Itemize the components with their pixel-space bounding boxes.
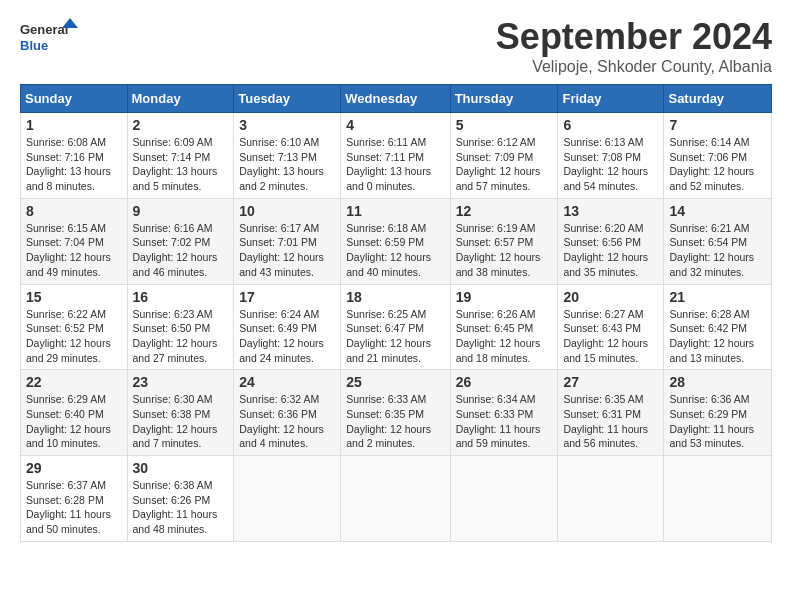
day-info: Sunrise: 6:32 AM Sunset: 6:36 PM Dayligh…: [239, 392, 335, 451]
table-cell: 22 Sunrise: 6:29 AM Sunset: 6:40 PM Dayl…: [21, 370, 128, 456]
day-number: 17: [239, 289, 335, 305]
table-cell: 26 Sunrise: 6:34 AM Sunset: 6:33 PM Dayl…: [450, 370, 558, 456]
day-info: Sunrise: 6:24 AM Sunset: 6:49 PM Dayligh…: [239, 307, 335, 366]
sunrise-label: Sunrise: 6:14 AM: [669, 136, 749, 148]
svg-text:General: General: [20, 22, 68, 37]
table-cell: 14 Sunrise: 6:21 AM Sunset: 6:54 PM Dayl…: [664, 198, 772, 284]
day-info: Sunrise: 6:38 AM Sunset: 6:26 PM Dayligh…: [133, 478, 229, 537]
table-cell: 3 Sunrise: 6:10 AM Sunset: 7:13 PM Dayli…: [234, 113, 341, 199]
page-header: General Blue September 2024 Velipoje, Sh…: [20, 16, 772, 76]
table-cell: 8 Sunrise: 6:15 AM Sunset: 7:04 PM Dayli…: [21, 198, 128, 284]
day-info: Sunrise: 6:30 AM Sunset: 6:38 PM Dayligh…: [133, 392, 229, 451]
week-row-2: 8 Sunrise: 6:15 AM Sunset: 7:04 PM Dayli…: [21, 198, 772, 284]
table-cell: 29 Sunrise: 6:37 AM Sunset: 6:28 PM Dayl…: [21, 456, 128, 542]
day-number: 6: [563, 117, 658, 133]
sunrise-label: Sunrise: 6:34 AM: [456, 393, 536, 405]
day-number: 28: [669, 374, 766, 390]
table-cell: [341, 456, 450, 542]
sunrise-label: Sunrise: 6:23 AM: [133, 308, 213, 320]
day-number: 2: [133, 117, 229, 133]
daylight-label: Daylight: 12 hours and 54 minutes.: [563, 165, 648, 192]
day-number: 20: [563, 289, 658, 305]
day-info: Sunrise: 6:28 AM Sunset: 6:42 PM Dayligh…: [669, 307, 766, 366]
sunrise-label: Sunrise: 6:20 AM: [563, 222, 643, 234]
table-cell: [450, 456, 558, 542]
sunset-label: Sunset: 6:31 PM: [563, 408, 641, 420]
logo: General Blue: [20, 16, 80, 60]
table-cell: 30 Sunrise: 6:38 AM Sunset: 6:26 PM Dayl…: [127, 456, 234, 542]
day-info: Sunrise: 6:25 AM Sunset: 6:47 PM Dayligh…: [346, 307, 444, 366]
sunrise-label: Sunrise: 6:13 AM: [563, 136, 643, 148]
page-title: September 2024: [496, 16, 772, 58]
day-info: Sunrise: 6:08 AM Sunset: 7:16 PM Dayligh…: [26, 135, 122, 194]
week-row-3: 15 Sunrise: 6:22 AM Sunset: 6:52 PM Dayl…: [21, 284, 772, 370]
day-info: Sunrise: 6:23 AM Sunset: 6:50 PM Dayligh…: [133, 307, 229, 366]
table-cell: 20 Sunrise: 6:27 AM Sunset: 6:43 PM Dayl…: [558, 284, 664, 370]
sunset-label: Sunset: 6:52 PM: [26, 322, 104, 334]
sunset-label: Sunset: 6:45 PM: [456, 322, 534, 334]
sunrise-label: Sunrise: 6:28 AM: [669, 308, 749, 320]
day-number: 11: [346, 203, 444, 219]
page-subtitle: Velipoje, Shkoder County, Albania: [496, 58, 772, 76]
daylight-label: Daylight: 12 hours and 27 minutes.: [133, 337, 218, 364]
logo-svg: General Blue: [20, 16, 80, 60]
table-cell: 7 Sunrise: 6:14 AM Sunset: 7:06 PM Dayli…: [664, 113, 772, 199]
table-cell: [664, 456, 772, 542]
sunrise-label: Sunrise: 6:29 AM: [26, 393, 106, 405]
daylight-label: Daylight: 11 hours and 53 minutes.: [669, 423, 754, 450]
sunset-label: Sunset: 6:26 PM: [133, 494, 211, 506]
daylight-label: Daylight: 11 hours and 48 minutes.: [133, 508, 218, 535]
sunset-label: Sunset: 7:09 PM: [456, 151, 534, 163]
sunrise-label: Sunrise: 6:26 AM: [456, 308, 536, 320]
table-cell: 27 Sunrise: 6:35 AM Sunset: 6:31 PM Dayl…: [558, 370, 664, 456]
sunset-label: Sunset: 6:49 PM: [239, 322, 317, 334]
day-info: Sunrise: 6:19 AM Sunset: 6:57 PM Dayligh…: [456, 221, 553, 280]
table-cell: 28 Sunrise: 6:36 AM Sunset: 6:29 PM Dayl…: [664, 370, 772, 456]
daylight-label: Daylight: 12 hours and 10 minutes.: [26, 423, 111, 450]
sunset-label: Sunset: 6:50 PM: [133, 322, 211, 334]
sunrise-label: Sunrise: 6:17 AM: [239, 222, 319, 234]
day-info: Sunrise: 6:20 AM Sunset: 6:56 PM Dayligh…: [563, 221, 658, 280]
daylight-label: Daylight: 12 hours and 24 minutes.: [239, 337, 324, 364]
sunrise-label: Sunrise: 6:19 AM: [456, 222, 536, 234]
day-number: 26: [456, 374, 553, 390]
sunrise-label: Sunrise: 6:09 AM: [133, 136, 213, 148]
sunset-label: Sunset: 6:35 PM: [346, 408, 424, 420]
daylight-label: Daylight: 12 hours and 2 minutes.: [346, 423, 431, 450]
day-info: Sunrise: 6:18 AM Sunset: 6:59 PM Dayligh…: [346, 221, 444, 280]
day-number: 8: [26, 203, 122, 219]
table-cell: 11 Sunrise: 6:18 AM Sunset: 6:59 PM Dayl…: [341, 198, 450, 284]
sunrise-label: Sunrise: 6:37 AM: [26, 479, 106, 491]
svg-text:Blue: Blue: [20, 38, 48, 53]
day-number: 27: [563, 374, 658, 390]
sunset-label: Sunset: 6:56 PM: [563, 236, 641, 248]
day-info: Sunrise: 6:11 AM Sunset: 7:11 PM Dayligh…: [346, 135, 444, 194]
table-cell: [558, 456, 664, 542]
daylight-label: Daylight: 13 hours and 8 minutes.: [26, 165, 111, 192]
day-info: Sunrise: 6:21 AM Sunset: 6:54 PM Dayligh…: [669, 221, 766, 280]
day-info: Sunrise: 6:35 AM Sunset: 6:31 PM Dayligh…: [563, 392, 658, 451]
daylight-label: Daylight: 12 hours and 35 minutes.: [563, 251, 648, 278]
sunset-label: Sunset: 6:36 PM: [239, 408, 317, 420]
sunset-label: Sunset: 6:33 PM: [456, 408, 534, 420]
day-info: Sunrise: 6:13 AM Sunset: 7:08 PM Dayligh…: [563, 135, 658, 194]
table-cell: 13 Sunrise: 6:20 AM Sunset: 6:56 PM Dayl…: [558, 198, 664, 284]
sunrise-label: Sunrise: 6:22 AM: [26, 308, 106, 320]
day-number: 12: [456, 203, 553, 219]
table-cell: 18 Sunrise: 6:25 AM Sunset: 6:47 PM Dayl…: [341, 284, 450, 370]
table-cell: 23 Sunrise: 6:30 AM Sunset: 6:38 PM Dayl…: [127, 370, 234, 456]
table-cell: 1 Sunrise: 6:08 AM Sunset: 7:16 PM Dayli…: [21, 113, 128, 199]
sunset-label: Sunset: 7:08 PM: [563, 151, 641, 163]
table-cell: 4 Sunrise: 6:11 AM Sunset: 7:11 PM Dayli…: [341, 113, 450, 199]
daylight-label: Daylight: 12 hours and 4 minutes.: [239, 423, 324, 450]
day-number: 15: [26, 289, 122, 305]
day-info: Sunrise: 6:16 AM Sunset: 7:02 PM Dayligh…: [133, 221, 229, 280]
day-number: 1: [26, 117, 122, 133]
day-number: 7: [669, 117, 766, 133]
sunset-label: Sunset: 6:40 PM: [26, 408, 104, 420]
sunset-label: Sunset: 7:06 PM: [669, 151, 747, 163]
daylight-label: Daylight: 11 hours and 59 minutes.: [456, 423, 541, 450]
daylight-label: Daylight: 12 hours and 57 minutes.: [456, 165, 541, 192]
title-section: September 2024 Velipoje, Shkoder County,…: [496, 16, 772, 76]
sunset-label: Sunset: 6:43 PM: [563, 322, 641, 334]
